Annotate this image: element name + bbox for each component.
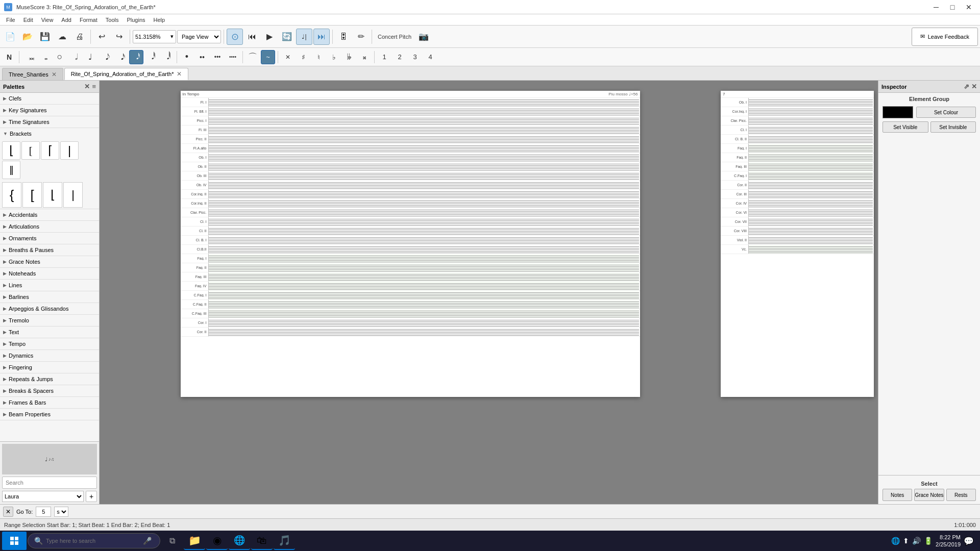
close-button[interactable]: ✕: [962, 2, 976, 12]
menu-plugins[interactable]: Plugins: [122, 14, 149, 26]
palette-tremolo-header[interactable]: ▶ Tremolo: [0, 315, 99, 326]
palette-noteheads-header[interactable]: ▶ Noteheads: [0, 268, 99, 279]
palette-arpeggios-header[interactable]: ▶ Arpeggios & Glissandos: [0, 303, 99, 314]
bracket-thumb-1[interactable]: {: [2, 182, 21, 208]
slur-button[interactable]: ⌒: [246, 50, 260, 64]
palette-time-sigs-header[interactable]: ▶ Time Signatures: [0, 116, 99, 128]
triple-dotted[interactable]: •••: [210, 50, 225, 64]
zoom-dropdown-icon[interactable]: ▾: [170, 33, 174, 40]
palette-breaks-header[interactable]: ▶ Breaks & Spacers: [0, 385, 99, 396]
palette-key-sigs-header[interactable]: ▶ Key Signatures: [0, 105, 99, 116]
palette-dynamics-header[interactable]: ▶ Dynamics: [0, 350, 99, 361]
voice-2-btn[interactable]: 2: [393, 50, 407, 64]
restore-button[interactable]: □: [945, 2, 960, 12]
sharp-btn[interactable]: ♯: [296, 50, 310, 64]
tab-rite-of-spring-close[interactable]: ✕: [177, 70, 182, 78]
bracket-thumb-3[interactable]: ⌊: [43, 182, 62, 208]
taskbar-search-box[interactable]: 🔍 🎤: [28, 533, 160, 548]
goto-select[interactable]: s: [54, 507, 68, 517]
new-button[interactable]: 📄: [2, 29, 18, 45]
goto-input[interactable]: [36, 507, 51, 517]
note-quarter[interactable]: ♩: [83, 50, 97, 64]
skip-button[interactable]: ⏭: [313, 29, 330, 45]
voice-4-btn[interactable]: 4: [423, 50, 437, 64]
flat-btn[interactable]: ♭: [327, 50, 341, 64]
taskbar-edge[interactable]: 🌐: [229, 532, 250, 550]
leave-feedback-button[interactable]: ✉ Leave Feedback: [912, 28, 978, 46]
note-32nd[interactable]: 𝅘𝅥𝅰: [129, 50, 143, 64]
color-swatch[interactable]: [883, 106, 913, 118]
bracket-cell-1[interactable]: ⌊: [2, 141, 20, 160]
bracket-cell-5[interactable]: ‖: [2, 161, 20, 179]
bracket-thumb-2[interactable]: [: [22, 182, 42, 208]
palette-text-header[interactable]: ▶ Text: [0, 327, 99, 338]
taskbar-search-input[interactable]: [46, 538, 138, 544]
start-button[interactable]: [2, 532, 27, 550]
taskbar-file-explorer[interactable]: 📁: [184, 532, 205, 550]
score-area[interactable]: In Tempo Piu mosso ♩=56 Fl. I: [100, 81, 878, 504]
taskbar-volume-icon[interactable]: 🔊: [912, 537, 921, 545]
taskbar-chrome[interactable]: ◉: [206, 532, 228, 550]
menu-help[interactable]: Help: [150, 14, 169, 26]
palette-brackets-header[interactable]: ▼ Brackets: [0, 128, 99, 139]
redo-button[interactable]: ↪: [111, 29, 127, 45]
note-breve[interactable]: 𝅝: [37, 50, 52, 64]
taskbar-network-icon[interactable]: 🌐: [891, 537, 900, 545]
select-notes-button[interactable]: Notes: [883, 489, 912, 501]
tab-three-shanties-close[interactable]: ✕: [52, 71, 57, 78]
taskbar-notification-icon[interactable]: 💬: [964, 536, 974, 546]
select-grace-notes-button[interactable]: Grace Notes: [914, 489, 944, 501]
natural-btn[interactable]: ♮: [311, 50, 326, 64]
taskbar-store[interactable]: 🛍: [251, 532, 273, 550]
note-input-mode-button[interactable]: ♩|: [296, 29, 312, 45]
set-colour-button[interactable]: Set Colour: [916, 107, 976, 118]
dotted-note[interactable]: •: [180, 50, 194, 64]
palette-clefs-header[interactable]: ▶ Clefs: [0, 93, 99, 104]
palette-lines-header[interactable]: ▶ Lines: [0, 280, 99, 291]
palette-search-input[interactable]: [2, 477, 97, 489]
screenshot-button[interactable]: 📷: [415, 29, 432, 45]
note-64th[interactable]: 𝅘𝅥𝅱: [144, 50, 159, 64]
palette-frames-header[interactable]: ▶ Frames & Bars: [0, 397, 99, 408]
inspector-close-icon[interactable]: ✕: [971, 83, 977, 90]
bracket-cell-3[interactable]: ⌈: [41, 141, 59, 160]
playback-settings-button[interactable]: ⊙: [227, 29, 243, 45]
inspector-detach-icon[interactable]: ⇗: [964, 83, 969, 90]
note-8th[interactable]: 𝅘𝅥𝅮: [99, 50, 113, 64]
palette-articulations-header[interactable]: ▶ Articulations: [0, 221, 99, 232]
palette-close-icon[interactable]: ✕: [84, 83, 90, 90]
menu-view[interactable]: View: [37, 14, 58, 26]
print-button[interactable]: 🖨: [71, 29, 88, 45]
select-rests-button[interactable]: Rests: [946, 489, 976, 501]
palette-fingering-header[interactable]: ▶ Fingering: [0, 362, 99, 373]
bracket-cell-2[interactable]: [: [21, 141, 40, 160]
menu-file[interactable]: File: [2, 14, 19, 26]
voice-1-btn[interactable]: 1: [377, 50, 391, 64]
palette-accidentals-header[interactable]: ▶ Accidentals: [0, 209, 99, 220]
bracket-thumb-4[interactable]: |: [63, 182, 83, 208]
quad-dotted[interactable]: ••••: [226, 50, 240, 64]
tie-button[interactable]: ~: [261, 50, 275, 64]
mixer-button[interactable]: 🎛: [335, 29, 352, 45]
menu-add[interactable]: Add: [57, 14, 76, 26]
note-n-button[interactable]: N: [2, 50, 16, 64]
palette-barlines-header[interactable]: ▶ Barlines: [0, 291, 99, 303]
cloud-button[interactable]: ☁: [54, 29, 70, 45]
double-dotted[interactable]: ••: [195, 50, 209, 64]
note-half[interactable]: 𝅗𝅥: [68, 50, 82, 64]
menu-format[interactable]: Format: [76, 14, 102, 26]
note-whole[interactable]: ○: [53, 50, 67, 64]
taskbar-battery-icon[interactable]: 🔋: [924, 537, 933, 545]
menu-tools[interactable]: Tools: [102, 14, 123, 26]
taskbar-time[interactable]: 8:22 PM 2/25/2019: [936, 534, 961, 548]
palette-grace-notes-header[interactable]: ▶ Grace Notes: [0, 256, 99, 267]
pencil-button[interactable]: ✏: [353, 29, 369, 45]
minimize-button[interactable]: ─: [929, 2, 943, 12]
undo-button[interactable]: ↩: [93, 29, 110, 45]
note-longa[interactable]: 𝅜: [22, 50, 36, 64]
double-flat-btn[interactable]: 𝄫: [342, 50, 356, 64]
menu-edit[interactable]: Edit: [19, 14, 37, 26]
note-128th[interactable]: 𝅘𝅥𝅲: [160, 50, 174, 64]
goto-close-button[interactable]: ✕: [3, 507, 13, 517]
play-button[interactable]: ▶: [261, 29, 278, 45]
